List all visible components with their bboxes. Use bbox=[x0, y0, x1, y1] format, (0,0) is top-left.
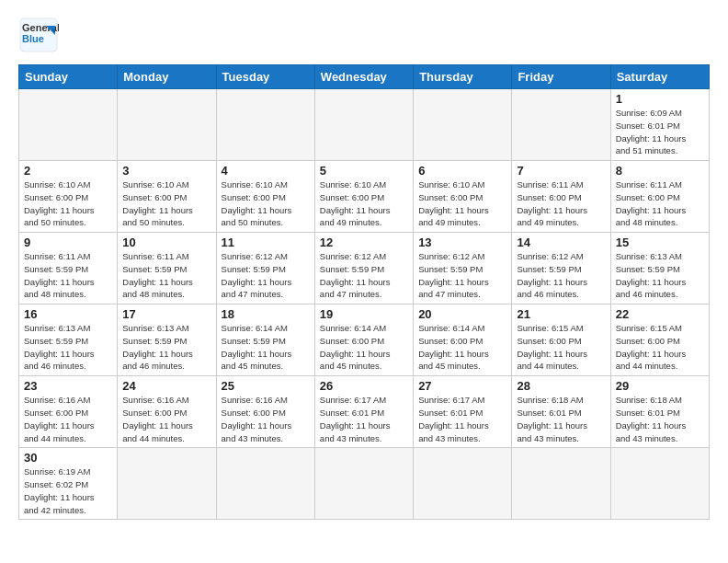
day-cell bbox=[19, 89, 118, 161]
day-info: Sunrise: 6:14 AM Sunset: 5:59 PM Dayligh… bbox=[222, 322, 310, 373]
day-info: Sunrise: 6:15 AM Sunset: 6:00 PM Dayligh… bbox=[517, 322, 605, 373]
day-info: Sunrise: 6:12 AM Sunset: 5:59 PM Dayligh… bbox=[418, 250, 506, 301]
day-cell: 28Sunrise: 6:18 AM Sunset: 6:01 PM Dayli… bbox=[512, 376, 610, 448]
day-number: 8 bbox=[616, 164, 704, 178]
day-number: 10 bbox=[122, 236, 210, 249]
day-cell: 18Sunrise: 6:14 AM Sunset: 5:59 PM Dayli… bbox=[216, 304, 314, 376]
day-info: Sunrise: 6:11 AM Sunset: 5:59 PM Dayligh… bbox=[122, 250, 210, 301]
day-info: Sunrise: 6:19 AM Sunset: 6:02 PM Dayligh… bbox=[24, 465, 112, 516]
day-info: Sunrise: 6:14 AM Sunset: 6:00 PM Dayligh… bbox=[418, 322, 506, 373]
day-cell bbox=[610, 448, 709, 520]
week-row-4: 16Sunrise: 6:13 AM Sunset: 5:59 PM Dayli… bbox=[19, 304, 710, 376]
day-cell: 16Sunrise: 6:13 AM Sunset: 5:59 PM Dayli… bbox=[19, 304, 118, 376]
day-info: Sunrise: 6:16 AM Sunset: 6:00 PM Dayligh… bbox=[24, 394, 112, 444]
day-cell: 26Sunrise: 6:17 AM Sunset: 6:01 PM Dayli… bbox=[314, 376, 413, 448]
day-info: Sunrise: 6:17 AM Sunset: 6:01 PM Dayligh… bbox=[418, 394, 506, 444]
day-cell: 1Sunrise: 6:09 AM Sunset: 6:01 PM Daylig… bbox=[610, 89, 709, 161]
day-number: 29 bbox=[616, 379, 704, 393]
day-cell: 15Sunrise: 6:13 AM Sunset: 5:59 PM Dayli… bbox=[610, 233, 709, 304]
day-cell: 23Sunrise: 6:16 AM Sunset: 6:00 PM Dayli… bbox=[19, 376, 118, 448]
day-info: Sunrise: 6:10 AM Sunset: 6:00 PM Dayligh… bbox=[24, 178, 112, 229]
day-number: 18 bbox=[222, 307, 310, 321]
day-cell: 27Sunrise: 6:17 AM Sunset: 6:01 PM Dayli… bbox=[414, 376, 512, 448]
day-number: 26 bbox=[320, 379, 408, 393]
weekday-thursday: Thursday bbox=[414, 65, 512, 89]
day-info: Sunrise: 6:11 AM Sunset: 5:59 PM Dayligh… bbox=[24, 250, 112, 301]
week-row-1: 1Sunrise: 6:09 AM Sunset: 6:01 PM Daylig… bbox=[19, 89, 710, 161]
day-cell: 12Sunrise: 6:12 AM Sunset: 5:59 PM Dayli… bbox=[314, 233, 413, 304]
day-info: Sunrise: 6:10 AM Sunset: 6:00 PM Dayligh… bbox=[320, 178, 408, 229]
day-info: Sunrise: 6:10 AM Sunset: 6:00 PM Dayligh… bbox=[222, 178, 310, 229]
calendar-body: 1Sunrise: 6:09 AM Sunset: 6:01 PM Daylig… bbox=[19, 89, 710, 520]
day-cell bbox=[512, 448, 610, 520]
day-cell bbox=[216, 89, 314, 161]
day-info: Sunrise: 6:12 AM Sunset: 5:59 PM Dayligh… bbox=[517, 250, 605, 301]
day-info: Sunrise: 6:18 AM Sunset: 6:01 PM Dayligh… bbox=[517, 394, 605, 444]
day-cell bbox=[216, 448, 314, 520]
header: General Blue bbox=[18, 17, 710, 53]
day-number: 11 bbox=[222, 236, 310, 249]
day-info: Sunrise: 6:14 AM Sunset: 6:00 PM Dayligh… bbox=[320, 322, 408, 373]
day-number: 3 bbox=[122, 164, 210, 178]
day-cell bbox=[314, 89, 413, 161]
day-info: Sunrise: 6:11 AM Sunset: 6:00 PM Dayligh… bbox=[517, 178, 605, 229]
day-cell: 5Sunrise: 6:10 AM Sunset: 6:00 PM Daylig… bbox=[314, 161, 413, 233]
day-number: 12 bbox=[320, 236, 408, 249]
week-row-5: 23Sunrise: 6:16 AM Sunset: 6:00 PM Dayli… bbox=[19, 376, 710, 448]
day-cell: 11Sunrise: 6:12 AM Sunset: 5:59 PM Dayli… bbox=[216, 233, 314, 304]
day-number: 21 bbox=[517, 307, 605, 321]
page: General Blue SundayMondayTuesdayWednesda… bbox=[0, 0, 728, 529]
week-row-3: 9Sunrise: 6:11 AM Sunset: 5:59 PM Daylig… bbox=[19, 233, 710, 304]
day-number: 14 bbox=[517, 236, 605, 249]
day-info: Sunrise: 6:12 AM Sunset: 5:59 PM Dayligh… bbox=[320, 250, 408, 301]
day-cell: 3Sunrise: 6:10 AM Sunset: 6:00 PM Daylig… bbox=[118, 161, 216, 233]
day-number: 7 bbox=[517, 164, 605, 178]
day-number: 17 bbox=[122, 307, 210, 321]
week-row-6: 30Sunrise: 6:19 AM Sunset: 6:02 PM Dayli… bbox=[19, 448, 710, 520]
day-cell: 9Sunrise: 6:11 AM Sunset: 5:59 PM Daylig… bbox=[19, 233, 118, 304]
day-info: Sunrise: 6:12 AM Sunset: 5:59 PM Dayligh… bbox=[222, 250, 310, 301]
day-number: 9 bbox=[24, 236, 112, 249]
day-cell: 19Sunrise: 6:14 AM Sunset: 6:00 PM Dayli… bbox=[314, 304, 413, 376]
calendar-table: SundayMondayTuesdayWednesdayThursdayFrid… bbox=[18, 64, 710, 520]
logo-svg: General Blue bbox=[18, 17, 59, 53]
day-number: 13 bbox=[418, 236, 506, 249]
day-cell bbox=[414, 89, 512, 161]
day-info: Sunrise: 6:10 AM Sunset: 6:00 PM Dayligh… bbox=[418, 178, 506, 229]
day-info: Sunrise: 6:18 AM Sunset: 6:01 PM Dayligh… bbox=[616, 394, 704, 444]
day-number: 2 bbox=[24, 164, 112, 178]
day-info: Sunrise: 6:16 AM Sunset: 6:00 PM Dayligh… bbox=[122, 394, 210, 444]
day-cell bbox=[314, 448, 413, 520]
logo: General Blue bbox=[18, 17, 59, 53]
week-row-2: 2Sunrise: 6:10 AM Sunset: 6:00 PM Daylig… bbox=[19, 161, 710, 233]
day-number: 19 bbox=[320, 307, 408, 321]
day-info: Sunrise: 6:09 AM Sunset: 6:01 PM Dayligh… bbox=[616, 107, 704, 157]
day-cell: 2Sunrise: 6:10 AM Sunset: 6:00 PM Daylig… bbox=[19, 161, 118, 233]
day-cell: 20Sunrise: 6:14 AM Sunset: 6:00 PM Dayli… bbox=[414, 304, 512, 376]
day-info: Sunrise: 6:13 AM Sunset: 5:59 PM Dayligh… bbox=[24, 322, 112, 373]
day-cell bbox=[118, 89, 216, 161]
calendar-header: SundayMondayTuesdayWednesdayThursdayFrid… bbox=[19, 65, 710, 89]
day-cell: 7Sunrise: 6:11 AM Sunset: 6:00 PM Daylig… bbox=[512, 161, 610, 233]
day-cell: 29Sunrise: 6:18 AM Sunset: 6:01 PM Dayli… bbox=[610, 376, 709, 448]
day-cell bbox=[414, 448, 512, 520]
day-cell: 13Sunrise: 6:12 AM Sunset: 5:59 PM Dayli… bbox=[414, 233, 512, 304]
day-number: 15 bbox=[616, 236, 704, 249]
day-number: 27 bbox=[418, 379, 506, 393]
day-info: Sunrise: 6:10 AM Sunset: 6:00 PM Dayligh… bbox=[122, 178, 210, 229]
svg-text:Blue: Blue bbox=[22, 33, 44, 44]
day-number: 24 bbox=[122, 379, 210, 393]
day-info: Sunrise: 6:13 AM Sunset: 5:59 PM Dayligh… bbox=[616, 250, 704, 301]
day-cell: 22Sunrise: 6:15 AM Sunset: 6:00 PM Dayli… bbox=[610, 304, 709, 376]
day-cell: 24Sunrise: 6:16 AM Sunset: 6:00 PM Dayli… bbox=[118, 376, 216, 448]
day-number: 28 bbox=[517, 379, 605, 393]
day-number: 25 bbox=[222, 379, 310, 393]
day-number: 16 bbox=[24, 307, 112, 321]
day-cell: 30Sunrise: 6:19 AM Sunset: 6:02 PM Dayli… bbox=[19, 448, 118, 520]
weekday-wednesday: Wednesday bbox=[314, 65, 413, 89]
day-cell: 10Sunrise: 6:11 AM Sunset: 5:59 PM Dayli… bbox=[118, 233, 216, 304]
day-number: 20 bbox=[418, 307, 506, 321]
day-info: Sunrise: 6:17 AM Sunset: 6:01 PM Dayligh… bbox=[320, 394, 408, 444]
day-cell: 14Sunrise: 6:12 AM Sunset: 5:59 PM Dayli… bbox=[512, 233, 610, 304]
weekday-saturday: Saturday bbox=[610, 65, 709, 89]
